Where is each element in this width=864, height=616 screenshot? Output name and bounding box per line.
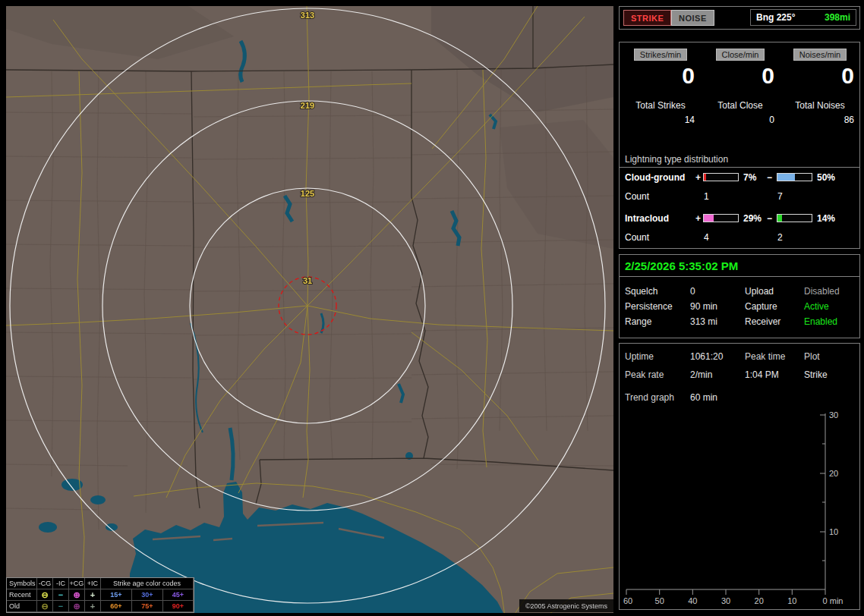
symbol-old-minus-cg-icon: ⊖	[37, 601, 53, 612]
bearing-value: Bng 225°	[756, 12, 795, 23]
symbol-recent-plus-ic-icon: +	[85, 589, 101, 601]
trend-chart-x-labels: 60 50 40 30 20 10 0 min	[623, 596, 844, 605]
x-tick-60: 60	[623, 596, 632, 605]
session-row-1: Uptime 1061:20 Peak time Plot	[620, 351, 859, 363]
trend-window-value: 60 min	[690, 392, 717, 403]
session-row-2: Peak rate 2/min 1:04 PM Strike	[620, 369, 859, 381]
cloud-ground-count-row: Count 1 7	[620, 191, 859, 202]
range-value: 313 mi	[690, 316, 717, 327]
symbol-old-plus-cg-icon: ⊕	[69, 601, 85, 612]
ring-label-219: 219	[301, 101, 314, 110]
squelch-value: 0	[690, 286, 695, 297]
status-panel: 2/25/2026 5:35:02 PM Squelch 0 Upload Di…	[619, 254, 860, 338]
peak-rate-label: Peak rate	[625, 369, 664, 380]
strikes-column: Strikes/min 0 Total Strikes 14	[620, 42, 701, 137]
x-tick-40: 40	[688, 596, 697, 605]
upload-status: Disabled	[804, 286, 840, 297]
ring-label-125: 125	[301, 189, 314, 198]
ring-label-31: 31	[303, 276, 312, 285]
total-close-value: 0	[700, 115, 774, 125]
legend-symbols-header: Symbols	[7, 578, 37, 589]
cg-plus-bar	[703, 173, 739, 181]
x-tick-20: 20	[755, 596, 764, 605]
range-label: Range	[625, 316, 651, 327]
cg-minus-bar-fill	[777, 174, 795, 181]
upload-label: Upload	[745, 286, 774, 297]
noise-toggle-button[interactable]: NOISE	[671, 10, 714, 26]
distribution-divider	[620, 167, 859, 168]
legend-header-plus-ic: +IC	[85, 578, 101, 589]
cg-plus-bar-fill	[704, 174, 706, 181]
uptime-value: 1061:20	[690, 351, 723, 362]
symbol-old-minus-ic-icon: −	[53, 601, 69, 612]
copyright-label: ©2005 Astrogenic Systems	[519, 599, 613, 612]
capture-label: Capture	[745, 301, 777, 312]
strike-toggle-button[interactable]: STRIKE	[623, 10, 671, 26]
age-code-30: 30+	[132, 589, 163, 601]
noises-column: Noises/min 0 Total Noises 86	[780, 42, 860, 137]
noises-per-min-badge: Noises/min	[793, 49, 847, 61]
close-per-min-value: 0	[700, 64, 774, 88]
minus-sign: −	[767, 172, 772, 183]
trend-chart: 30 20 10 60 50 40 30 20 10 0 min	[622, 407, 857, 606]
cg-plus-percent: 7%	[743, 172, 756, 183]
status-row-squelch: Squelch 0 Upload Disabled	[620, 286, 859, 297]
x-tick-30: 30	[721, 596, 730, 605]
age-code-60: 60+	[101, 601, 132, 612]
map-canvas[interactable]: 313 219 125 31	[6, 6, 613, 613]
squelch-label: Squelch	[625, 286, 657, 297]
plus-sign: +	[695, 213, 701, 224]
age-code-75: 75+	[132, 601, 163, 612]
close-per-min-badge: Close/min	[716, 49, 765, 61]
legend-age-header: Strike age color codes	[101, 578, 194, 589]
datetime-display: 2/25/2026 5:35:02 PM	[625, 259, 738, 272]
persistence-label: Persistence	[625, 301, 673, 312]
x-tick-0min: 0 min	[823, 596, 844, 605]
symbol-recent-plus-cg-icon: ⊕	[69, 589, 85, 601]
total-close-label: Total Close	[700, 100, 780, 111]
cg-plus-count: 1	[704, 191, 709, 202]
nexstorm-window: 313 219 125 31 Symbols -CG -IC +CG +IC S…	[0, 0, 864, 616]
distribution-title: Lightning type distribution	[625, 154, 728, 165]
receiver-label: Receiver	[745, 316, 780, 327]
capture-status: Active	[804, 301, 829, 312]
persistence-value: 90 min	[690, 301, 717, 312]
cloud-ground-row: Cloud-ground + 7% − 50%	[620, 172, 859, 183]
legend-header-minus-cg: -CG	[37, 578, 53, 589]
intracloud-label: Intracloud	[625, 213, 669, 224]
map-legend: Symbols -CG -IC +CG +IC Strike age color…	[6, 577, 194, 613]
peak-time-label: Peak time	[745, 351, 785, 362]
cloud-ground-label: Cloud-ground	[625, 172, 685, 183]
minus-sign: −	[767, 213, 772, 224]
stats-panel: Strikes/min 0 Total Strikes 14 Close/min…	[619, 42, 860, 249]
ic-plus-bar	[703, 214, 739, 222]
age-code-90: 90+	[163, 601, 194, 612]
status-row-persistence: Persistence 90 min Capture Active	[620, 301, 859, 313]
trend-chart-axes	[626, 413, 825, 595]
close-column: Close/min 0 Total Close 0	[700, 42, 780, 137]
x-tick-10: 10	[787, 596, 796, 605]
peak-rate-value: 2/min	[690, 369, 712, 380]
plot-label: Plot	[804, 351, 820, 362]
strikes-per-min-badge: Strikes/min	[634, 49, 687, 61]
legend-row-old-label: Old	[7, 601, 37, 612]
count-label: Count	[625, 232, 649, 243]
lightning-map[interactable]: 313 219 125 31 Symbols -CG -IC +CG +IC S…	[6, 6, 613, 613]
trend-graph-label: Trend graph	[625, 392, 674, 403]
status-row-range: Range 313 mi Receiver Enabled	[620, 316, 859, 328]
total-noises-label: Total Noises	[780, 100, 860, 111]
y-tick-10: 10	[829, 527, 838, 536]
plus-sign: +	[695, 172, 701, 183]
trend-graph-row: Trend graph 60 min	[620, 392, 859, 404]
ic-minus-percent: 14%	[817, 213, 835, 224]
symbol-recent-minus-ic-icon: −	[53, 589, 69, 601]
session-panel: Uptime 1061:20 Peak time Plot Peak rate …	[619, 343, 860, 610]
legend-header-plus-cg: +CG	[69, 578, 85, 589]
age-code-15: 15+	[101, 589, 132, 601]
intracloud-count-row: Count 4 2	[620, 232, 859, 243]
uptime-label: Uptime	[625, 351, 654, 362]
ic-plus-count: 4	[704, 232, 709, 243]
plot-value: Strike	[804, 369, 828, 380]
ic-minus-count: 2	[777, 232, 783, 243]
x-tick-50: 50	[655, 596, 664, 605]
